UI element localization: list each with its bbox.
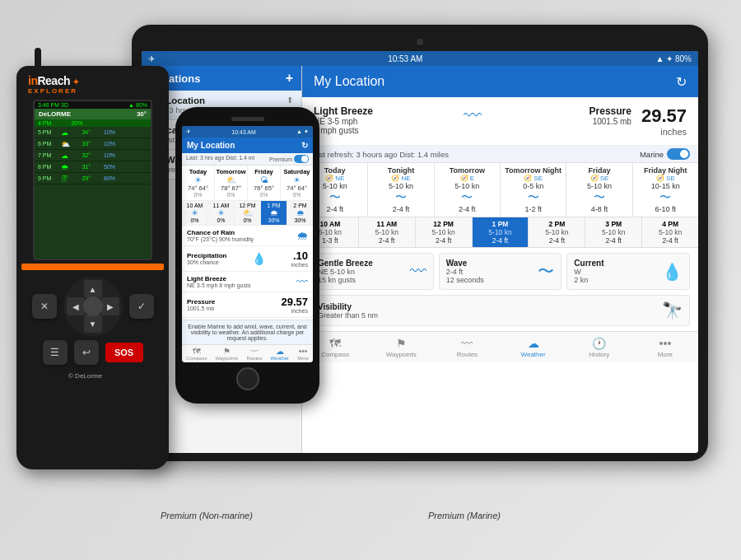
nav-label: Weather xyxy=(271,356,290,361)
phone-fc-icon: 🌤 xyxy=(249,175,279,184)
tablet-status-right: ▲ ✦ 80% xyxy=(656,54,692,63)
current-mc-icon: 💧 xyxy=(662,262,683,282)
gps-dpad-center[interactable] xyxy=(83,296,103,316)
compass-icon: 🗺 xyxy=(329,337,341,350)
forecast-grid: Today 🧭 NE 5-10 kn 〜 2-4 ft Tonight 🧭 NE… xyxy=(302,163,698,217)
hc-time: 11 AM xyxy=(209,203,233,208)
mc-title: Visibility xyxy=(318,302,655,311)
marine-toggle[interactable]: Marine xyxy=(640,148,690,160)
fc-day-label: Tomorrow xyxy=(437,166,497,175)
gps-brand-block: inReach ✦ EXPLORER xyxy=(28,74,79,95)
pressure-title: Pressure xyxy=(492,105,631,117)
hc-wind: 5-10 kn xyxy=(530,228,583,236)
phone-fc-icon: ☀ xyxy=(183,175,213,184)
phone-cond-precip: Precipitation 30% chance 💧 .10 inches xyxy=(182,246,313,272)
hourly-cell-1pm: 1 PM 5-10 kn 2-4 ft xyxy=(473,217,529,247)
phone-fc-label: Tomorrow xyxy=(216,168,246,175)
gps-dpad-up[interactable]: ▲ xyxy=(84,280,102,298)
weather-header: My Location ↻ xyxy=(302,66,698,97)
phone-cond-unit: inches xyxy=(281,308,308,314)
hc-icon: ☀ xyxy=(209,208,233,217)
phone-nav-waypoints[interactable]: ⚑ Waypoints xyxy=(216,347,239,361)
phone-forecast-row: Today ☀ 74° 64° 0% Tomorrow ⛅ 78° 67° 0%… xyxy=(182,166,313,201)
phone-refresh-bar: Last: 3 hrs ago Dist: 1.4 mi Premium xyxy=(182,153,313,166)
gps-back-button[interactable]: ↩ xyxy=(74,340,99,365)
nav-label: Weather xyxy=(521,351,546,358)
refresh-icon[interactable]: ↻ xyxy=(676,74,687,90)
routes-icon: 〰 xyxy=(250,347,259,356)
hc-time: 2 PM xyxy=(288,203,312,208)
phone-cond-title: Chance of Rain xyxy=(187,229,254,236)
gps-logo: © DeLorme xyxy=(68,370,118,383)
gps-row-8pm: 8 PM 🌧 31° 50% xyxy=(35,161,151,173)
phone-cond-title: Precipitation xyxy=(187,252,226,259)
phone-bottom-nav: 🗺 Compass ⚑ Waypoints 〰 Routes ☁ Weather… xyxy=(182,344,313,362)
fc-direction: 🧭 SE xyxy=(569,175,629,182)
gps-check-button[interactable]: ✓ xyxy=(129,294,154,319)
gps-dpad-right[interactable]: ▶ xyxy=(101,297,119,315)
gps-model-name: EXPLORER xyxy=(28,87,77,95)
fc-height: 2-4 ft xyxy=(437,205,497,213)
marine-toggle-pill[interactable] xyxy=(667,148,690,160)
phone-refresh-text: Last: 3 hrs ago Dist: 1.4 mi xyxy=(186,155,254,163)
nav-item-waypoints[interactable]: ⚑ Waypoints xyxy=(368,337,434,358)
phone-h-2pm: 2 PM 🌧 30% xyxy=(287,201,313,225)
phone-precip-value-block: .10 inches xyxy=(291,250,308,268)
gps-weather-list: 5 PM ☁ 34° 10% 6 PM ⛅ 33° 10% 7 PM ☁ 32°… xyxy=(35,127,151,259)
fc-direction: 🧭 E xyxy=(437,175,497,182)
tablet-camera xyxy=(417,39,423,45)
gps-row-precip: 80% xyxy=(91,175,115,181)
phone-toggle-pill[interactable] xyxy=(294,155,309,163)
phone-status-right: ▲ ✦ xyxy=(296,128,309,135)
upload-icon[interactable]: ⬆ xyxy=(287,96,293,105)
marine-card-wind: Gentle Breeze NE 5-10 kn15 kn gusts 〰 xyxy=(310,253,434,290)
nav-label: Waypoints xyxy=(386,351,417,358)
gps-row-icon: 🌧 xyxy=(61,163,72,171)
phone-nav-more[interactable]: ••• More xyxy=(297,347,309,361)
phone-nav-weather[interactable]: ☁ Weather xyxy=(271,347,290,361)
refresh-info: Last refresh: 3 hours ago Dist: 1.4 mile… xyxy=(310,150,449,159)
hc-wave: 2-4 ft xyxy=(644,236,697,245)
fc-day-label: Friday xyxy=(569,166,629,175)
phone-nav-compass[interactable]: 🗺 Compass xyxy=(186,347,207,361)
fc-height: 1-2 ft xyxy=(503,205,563,213)
gps-menu-button[interactable]: ☰ xyxy=(43,340,68,365)
gps-row-9pm: 9 PM ⛈ 29° 80% xyxy=(35,173,151,184)
wind-desc: NE 3-5 mph8 mph gusts xyxy=(314,117,454,135)
phone-refresh-icon[interactable]: ↻ xyxy=(301,141,308,150)
precip-icon: 💧 xyxy=(252,252,266,265)
phone-marine-toggle[interactable]: Premium xyxy=(269,155,309,163)
gps-row-temp: 32° xyxy=(72,152,91,158)
pressure-block: Pressure 1001.5 mb xyxy=(492,105,631,137)
fc-speed: 10-15 kn xyxy=(636,182,696,190)
fc-height: 4-8 ft xyxy=(569,205,629,213)
hc-time: 1 PM xyxy=(262,203,286,208)
gps-dpad-left[interactable]: ◀ xyxy=(67,297,85,315)
gps-sos-button[interactable]: SOS xyxy=(105,343,143,362)
hc-icon: 🌧 xyxy=(262,208,286,217)
fc-day-label: Tomorrow Night xyxy=(503,166,563,175)
wind-block: Light Breeze NE 3-5 mph8 mph gusts xyxy=(314,105,454,137)
nav-item-routes[interactable]: 〰 Routes xyxy=(434,337,500,358)
nav-item-weather[interactable]: ☁ Weather xyxy=(501,337,566,358)
hc-time: 2 PM xyxy=(530,220,583,228)
gps-dpad-down[interactable]: ▼ xyxy=(84,315,102,333)
hc-wind: 5-10 kn xyxy=(644,228,697,236)
phone-speaker xyxy=(231,117,264,121)
gps-row-6pm: 6 PM ⛅ 33° 10% xyxy=(35,138,151,150)
phone-h-1pm: 1 PM 🌧 30% xyxy=(261,201,287,225)
gps-x-button[interactable]: ✕ xyxy=(32,294,57,319)
hc-wind: 5-10 kn xyxy=(587,228,640,236)
nav-item-more[interactable]: ••• More xyxy=(632,337,698,358)
phone-home-button[interactable] xyxy=(236,367,259,390)
hourly-cell-3pm: 3 PM 5-10 kn 2-4 ft xyxy=(585,217,642,247)
hourly-row: 10 AM 5-10 kn 1-3 ft 11 AM 5-10 kn 2-4 f… xyxy=(302,217,698,248)
hc-icon: ⛅ xyxy=(235,208,259,217)
phone-nav-routes[interactable]: 〰 Routes xyxy=(246,347,262,361)
fc-day-label: Friday Night xyxy=(636,166,696,175)
nav-item-history[interactable]: 🕐 History xyxy=(566,337,632,358)
add-location-button[interactable]: + xyxy=(286,71,293,86)
phone-fc-label: Friday xyxy=(249,168,279,175)
nav-label: Waypoints xyxy=(216,356,239,361)
phone-cond-sub: 30% chance xyxy=(187,259,226,265)
